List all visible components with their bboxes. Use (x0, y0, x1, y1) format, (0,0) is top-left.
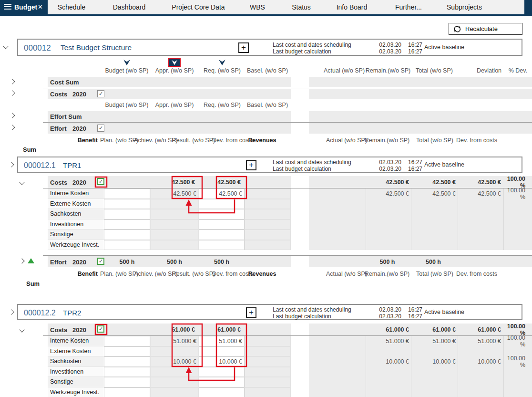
expand-tpr1-effort-chevron-icon[interactable] (19, 258, 24, 263)
tpr1-effort-budget: 500 h (104, 259, 150, 265)
expand-tpr2-chevron-icon[interactable] (9, 309, 14, 314)
appr-cell (150, 377, 199, 387)
basel-cell (245, 346, 291, 357)
tpr1-costs-row-values: 42.500 € 42.500 € 42.500 € 100.00 % (309, 176, 532, 188)
costs-label: Costs (50, 326, 67, 333)
cost-type-label: Sonstige (48, 230, 104, 240)
req-cell[interactable] (199, 346, 245, 357)
scheduling-time: 16:27 (408, 306, 422, 313)
tab-budget-active[interactable]: Budget ✕ (0, 0, 48, 14)
scheduling-date: 02.03.20 (377, 159, 401, 166)
budget-cell[interactable] (104, 209, 150, 219)
req-cell[interactable] (199, 219, 245, 230)
budget-cell[interactable] (104, 346, 150, 357)
req-cell[interactable]: 10.000 € (199, 356, 245, 367)
scheduling-time: 16:27 (408, 159, 422, 166)
req-cell[interactable] (199, 230, 245, 240)
tab-wbs[interactable]: WBS (250, 3, 265, 11)
req-cell[interactable] (199, 387, 245, 397)
add-button[interactable]: + (246, 307, 256, 318)
collapse-tpr2-costs-chevron-icon[interactable] (19, 327, 24, 332)
nav-divider (0, 14, 532, 16)
row-separator (43, 88, 532, 88)
budget-cell[interactable] (104, 356, 150, 367)
req-cell[interactable] (199, 199, 245, 209)
col-header-budget: Budget (w/o SP) (103, 102, 151, 108)
expand-costs-chevron-icon[interactable] (10, 90, 15, 95)
hamburger-menu-icon[interactable] (4, 4, 11, 10)
add-button[interactable]: + (246, 160, 256, 170)
recalculate-label: Recalculate (465, 25, 498, 32)
tab-project-core-data[interactable]: Project Core Data (172, 3, 225, 11)
budget-cell[interactable] (104, 219, 150, 230)
tab-dashboard[interactable]: Dashboard (113, 3, 146, 11)
effort-sum-label: Effort Sum (50, 113, 82, 120)
cost-detail-row: Werkzeuge Invest. (0, 240, 532, 251)
close-tab-icon[interactable]: ✕ (38, 3, 43, 10)
costs-checkbox[interactable]: ✓ (97, 90, 104, 97)
cost-type-label: Sachkosten (48, 356, 104, 367)
appr-cell (150, 199, 199, 209)
revenues-remain-header: Remain.(w/o SP) (363, 137, 411, 144)
budget-cell[interactable] (104, 230, 150, 240)
budget-cell[interactable] (104, 199, 150, 209)
tab-status[interactable]: Status (292, 3, 311, 11)
cost-type-label: Investitionen (48, 219, 104, 230)
basel-cell (245, 209, 291, 219)
collapse-root-chevron-icon[interactable] (3, 43, 8, 49)
add-button[interactable]: + (238, 42, 249, 53)
tab-further[interactable]: Further... (395, 3, 422, 11)
active-baseline-label: Active baseline (424, 161, 464, 168)
expand-tpr1-chevron-icon[interactable] (9, 162, 14, 167)
right-values (309, 199, 532, 209)
col-header-actual: Actual (w/o SP) (320, 67, 368, 74)
req-cell[interactable]: 51.000 € (199, 336, 245, 346)
req-cell[interactable] (199, 367, 245, 377)
col-header-pdev: % Dev. (499, 67, 527, 74)
req-cell[interactable]: 42.500 € (199, 188, 245, 199)
spread-req-icon[interactable] (218, 59, 226, 66)
spread-budget-icon[interactable] (123, 59, 131, 66)
budget-cell[interactable] (104, 387, 150, 397)
sum-label: Sum (26, 280, 40, 287)
budget-cell[interactable] (104, 367, 150, 377)
tpr1-effort-checkbox[interactable]: ✓ (97, 258, 104, 265)
appr-cell (150, 230, 199, 240)
effort-checkbox[interactable]: ✓ (97, 125, 104, 132)
right-values (309, 219, 532, 230)
budget-cell[interactable] (104, 377, 150, 387)
tpr1-costs-checkbox[interactable]: ✓ (97, 178, 104, 185)
tab-subprojects[interactable]: Subprojects (447, 3, 482, 11)
recalculate-button[interactable]: Recalculate (449, 23, 522, 35)
tpr2-costs-checkbox[interactable]: ✓ (97, 325, 104, 333)
tab-info-board[interactable]: Info Board (337, 3, 368, 11)
basel-cell (245, 377, 291, 387)
req-cell[interactable] (199, 377, 245, 387)
cost-detail-row: Externe Kosten (0, 346, 532, 357)
costs-year: 2020 (72, 178, 86, 186)
cost-type-label: Sonstige (48, 377, 104, 387)
revenues-devcosts-header: Dev. from costs (453, 271, 501, 277)
req-cell[interactable] (199, 240, 245, 251)
basel-cell (245, 199, 291, 209)
cost-sum-label: Cost Sum (50, 79, 79, 86)
root-project-id: 000012 (24, 43, 51, 53)
tpr2-id: 000012.2 (24, 309, 56, 317)
budget-cell[interactable] (104, 240, 150, 251)
expand-effort-chevron-icon[interactable] (10, 125, 15, 130)
spread-appr-icon-highlighted[interactable] (168, 58, 181, 67)
tpr1-effort-total: 500 h (411, 259, 456, 265)
budget-cell[interactable] (104, 336, 150, 346)
expand-effort-sum-chevron-icon[interactable] (10, 113, 15, 118)
costs-year: 2020 (72, 91, 86, 98)
col-header-req: Req. (w/o SP) (198, 67, 246, 74)
benefit-header: Benefit (48, 271, 98, 277)
appr-cell: 51.000 € (150, 336, 199, 346)
collapse-tpr1-costs-chevron-icon[interactable] (19, 179, 24, 185)
cost-detail-row: Interne Kosten 51.000 € 51.000 € 51.000 … (0, 336, 532, 346)
tab-schedule[interactable]: Schedule (58, 3, 85, 11)
budget-cell[interactable] (104, 188, 150, 199)
req-cell[interactable] (199, 209, 245, 219)
expand-cost-sum-chevron-icon[interactable] (10, 79, 15, 84)
refresh-icon (453, 25, 461, 33)
